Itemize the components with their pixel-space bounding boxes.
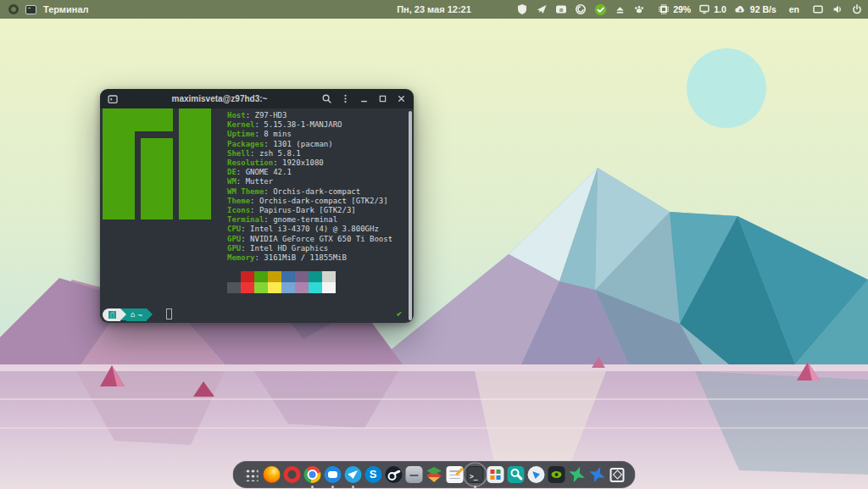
neofetch-label: DE (227, 168, 236, 176)
wallet-m-icon[interactable]: m (555, 3, 567, 15)
prompt-segment-arrow (120, 308, 126, 320)
text-editor-icon (446, 466, 463, 483)
system-tray: m (516, 0, 863, 19)
screen-icon[interactable] (812, 3, 824, 15)
dock-item-show-apps[interactable] (242, 466, 260, 484)
dock-item-terminal[interactable] (466, 466, 484, 484)
cpu-usage-label[interactable]: 29% (673, 4, 691, 14)
neofetch-value: : Orchis-dark-compact [GTK2/3] (250, 197, 388, 205)
prompt-end-arrow (147, 308, 153, 320)
neofetch-value: : zsh 5.8.1 (250, 149, 301, 158)
disk-swirl-icon[interactable] (575, 3, 587, 15)
palette-swatch (295, 282, 309, 293)
updates-ok-icon[interactable] (594, 3, 607, 16)
clock[interactable]: Пн, 23 мая 12:21 (397, 4, 471, 14)
opera-icon (283, 466, 300, 483)
neofetch-palette (227, 271, 336, 293)
keyboard-layout-indicator[interactable]: en (789, 4, 799, 14)
neofetch-value: : 8 mins (255, 130, 292, 138)
dock-item-layers[interactable] (426, 466, 443, 484)
minimize-button[interactable] (357, 92, 370, 106)
running-indicator-dot (311, 486, 314, 488)
close-button[interactable] (394, 92, 408, 106)
home-icon: ⌂ (131, 311, 135, 319)
top-bar: Терминал Пн, 23 мая 12:21 m (0, 0, 868, 19)
blue-pinwheel-icon (586, 464, 608, 486)
palette-swatch (322, 282, 336, 293)
dock-item-telegram[interactable] (344, 466, 362, 484)
dock-item-fullscreen[interactable] (609, 466, 626, 484)
palette-swatch (268, 271, 281, 282)
shell-prompt: ⌂ ~ (103, 308, 153, 321)
dock-item-firefox[interactable] (263, 466, 281, 484)
nvidia-icon (548, 466, 565, 483)
neofetch-label: Kernel (227, 120, 255, 129)
manjaro-glyph-icon (108, 311, 116, 319)
close-icon (396, 93, 407, 104)
load-average-label[interactable]: 1.0 (714, 4, 726, 14)
dock-item-chat[interactable] (324, 466, 342, 484)
dock-item-package-box[interactable] (405, 466, 423, 484)
steam-icon (385, 466, 402, 483)
prompt-path: ~ (137, 311, 142, 320)
prompt-path-segment: ⌂ ~ (126, 308, 147, 321)
neofetch-value: : NVIDIA GeForce GTX 650 Ti Boost (241, 235, 392, 243)
palette-swatch (281, 282, 295, 293)
cpu-chip-icon[interactable] (658, 3, 670, 15)
neofetch-line: Terminal: gnome-terminal (227, 215, 392, 225)
neofetch-label: Memory (227, 253, 255, 262)
dock-item-manjaro-settings[interactable] (507, 466, 525, 484)
neofetch-label: Shell (227, 149, 250, 158)
dock-item-tweaks[interactable] (527, 466, 545, 484)
dock-item-opera[interactable] (283, 466, 301, 484)
chrome-icon (303, 466, 320, 483)
power-icon[interactable] (851, 3, 863, 15)
touchpad-paw-icon[interactable] (633, 3, 645, 15)
package-box-icon (405, 466, 422, 483)
focused-app-title[interactable]: Терминал (43, 4, 89, 14)
dock-item-steam[interactable] (385, 466, 403, 484)
search-button[interactable] (320, 92, 333, 106)
maximize-button[interactable] (376, 92, 389, 106)
terminal-window[interactable]: maximisveta@z97hd3:~ (100, 89, 414, 323)
palette-swatch (241, 271, 254, 282)
neofetch-label: Host (227, 111, 246, 119)
dock-item-chrome[interactable] (303, 466, 321, 484)
dock-item-nvidia[interactable] (548, 466, 565, 484)
new-tab-button[interactable] (106, 92, 120, 106)
neofetch-value: : Z97-HD3 (246, 111, 287, 119)
prompt-os-segment (103, 308, 120, 321)
network-cloud-icon[interactable] (734, 3, 747, 15)
skype-icon (364, 466, 381, 483)
network-speed-label[interactable]: 92 B/s (750, 4, 776, 14)
neofetch-line: Kernel: 5.15.38-1-MANJARO (227, 120, 392, 130)
palette-swatch (281, 271, 295, 282)
dock-item-text-editor[interactable] (446, 466, 464, 484)
terminal-app-icon (25, 5, 36, 14)
telegram-icon (344, 466, 361, 483)
activities-button-icon[interactable] (8, 4, 19, 14)
vpn-shield-icon[interactable] (516, 3, 528, 15)
tweaks-icon (527, 466, 544, 483)
volume-icon[interactable] (832, 3, 843, 15)
palette-swatch (295, 271, 309, 282)
terminal-scrollbar[interactable] (409, 111, 412, 320)
menu-button[interactable] (338, 92, 352, 106)
telegram-tray-icon[interactable] (536, 3, 548, 15)
terminal-cursor (166, 308, 172, 320)
dock-item-blue-pinwheel[interactable] (588, 466, 606, 484)
terminal-window-title: maximisveta@z97hd3:~ (125, 94, 314, 103)
chat-icon (324, 466, 341, 483)
dock-item-app-tiles[interactable] (487, 466, 504, 484)
terminal-titlebar[interactable]: maximisveta@z97hd3:~ (100, 89, 414, 108)
app-tiles-icon (487, 466, 504, 483)
terminal-body[interactable]: Host: Z97-HD3Kernel: 5.15.38-1-MANJAROUp… (100, 108, 414, 323)
firefox-icon (263, 466, 280, 483)
load-monitor-icon[interactable] (698, 3, 710, 15)
dock-item-skype[interactable] (364, 466, 382, 484)
new-tab-icon (107, 93, 119, 105)
dock-item-green-pinwheel[interactable] (568, 466, 586, 484)
minimize-icon (359, 93, 370, 104)
eject-icon[interactable] (615, 4, 626, 15)
desktop: Терминал Пн, 23 мая 12:21 m (0, 0, 868, 489)
